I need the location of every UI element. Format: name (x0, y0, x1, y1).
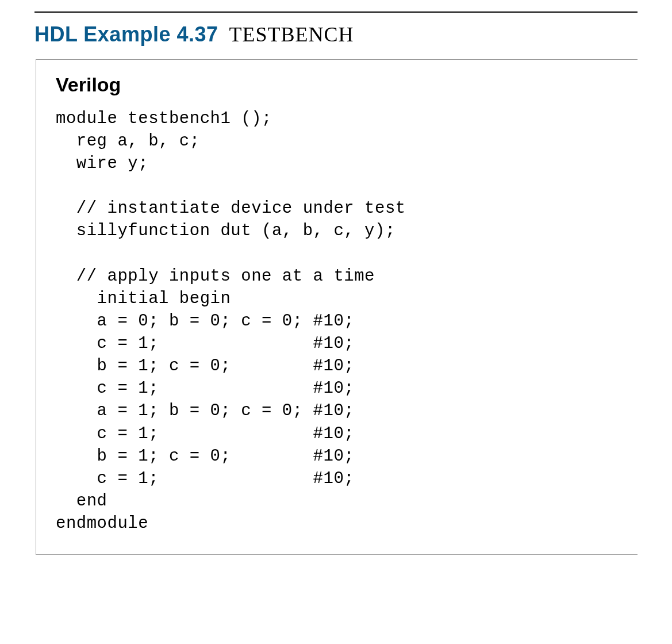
page-container: HDL Example 4.37 TESTBENCH Verilog modul… (0, 0, 672, 578)
code-box: Verilog module testbench1 (); reg a, b, … (36, 59, 638, 555)
top-rule (34, 12, 638, 13)
heading-label: HDL Example 4.37 (34, 22, 218, 46)
example-heading: HDL Example 4.37 TESTBENCH (34, 23, 638, 47)
heading-title: TESTBENCH (229, 23, 354, 46)
code-listing: module testbench1 (); reg a, b, c; wire … (56, 108, 618, 535)
language-label: Verilog (56, 74, 618, 96)
